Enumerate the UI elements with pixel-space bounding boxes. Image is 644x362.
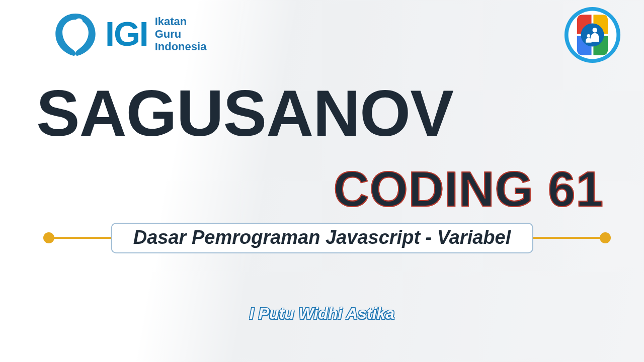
igi-text-block: IGI Ikatan Guru Indonesia [105,15,206,53]
igi-acronym: IGI [105,19,148,49]
sub-title: CODING 61 [334,161,604,218]
divider-dot-right [600,232,611,243]
svg-point-0 [75,18,83,26]
main-title: SAGUSANOV [36,75,453,151]
igi-full-line-0: Ikatan [155,15,207,28]
igi-full-line-2: Indonesia [155,40,207,53]
igi-logo: IGI Ikatan Guru Indonesia [53,10,206,58]
igi-mark-icon [53,10,98,58]
igi-full-line-1: Guru [155,28,207,40]
author-name: I Putu Widhi Astika [250,304,394,323]
sagusanov-badge-icon [564,6,621,64]
svg-point-5 [593,28,598,33]
slide: IGI Ikatan Guru Indonesia SAGUSANOV CODI… [0,0,644,362]
subtitle-box: Dasar Pemrograman Javascript - Variabel [111,223,533,253]
divider-dot-left [43,232,54,243]
igi-full-name: Ikatan Guru Indonesia [155,15,207,53]
svg-point-6 [587,34,590,38]
subtitle-text: Dasar Pemrograman Javascript - Variabel [133,227,511,248]
svg-point-1 [68,29,73,34]
